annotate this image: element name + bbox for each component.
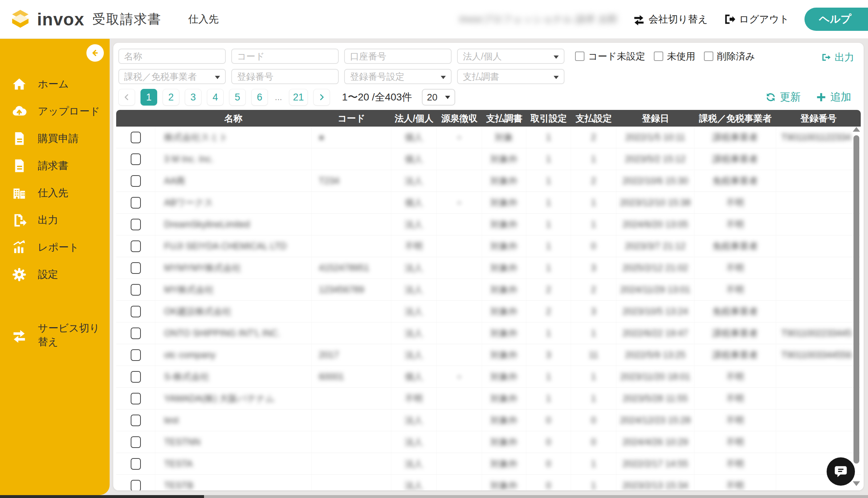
row-checkbox[interactable] — [131, 393, 141, 404]
account-name-masked: invoxプロフェッショナル 請求 太郎 — [460, 13, 618, 26]
sidebar-item-service-switch[interactable]: サービス切り替え — [0, 321, 110, 349]
row-checkbox[interactable] — [131, 240, 141, 252]
chat-widget-button[interactable] — [827, 457, 855, 486]
sidebar-item-output[interactable]: 出力 — [0, 206, 110, 234]
sidebar-item-purchase[interactable]: 購買申請 — [0, 125, 110, 152]
sidebar-item-label: 出力 — [38, 213, 58, 227]
logout-button[interactable]: ログアウト — [723, 13, 789, 26]
sidebar-item-supplier[interactable]: 仕入先 — [0, 179, 110, 206]
table-row[interactable]: 3 M Inc. Inc.個人対象外112023/5/2 15:12課税事業者 — [116, 148, 861, 170]
add-button[interactable]: 追加 — [815, 90, 851, 104]
page-button-2[interactable]: 2 — [163, 89, 179, 106]
row-checkbox[interactable] — [131, 175, 141, 187]
row-checkbox[interactable] — [131, 349, 141, 361]
table-row[interactable]: ONTO SHIPPING INT'L INC.法人対象外112022/6/22… — [116, 322, 861, 344]
row-checkbox[interactable] — [131, 371, 141, 383]
export-icon — [821, 52, 832, 63]
table-row[interactable]: MY株式会社123456789法人対象外222024/11/29 13:01不明 — [116, 279, 861, 301]
registration-number-filter-input[interactable] — [231, 69, 339, 84]
sidebar-item-label: サービス切り替え — [38, 321, 110, 349]
page-button-6[interactable]: 6 — [251, 89, 268, 106]
column-header-7: 支払設定 — [571, 112, 616, 124]
code-filter-input[interactable] — [231, 49, 339, 64]
sidebar-item-label: レポート — [38, 240, 79, 254]
payment-record-select[interactable]: 支払調書 — [457, 69, 565, 84]
table-row[interactable]: TESTA法人対象外012022/2/17 14:55不明 — [116, 453, 861, 475]
tax-status-select[interactable]: 課税／免税事業者 — [118, 69, 226, 84]
entity-type-select[interactable]: 法人/個人 — [457, 49, 565, 64]
table-header-row: 名称コード法人/個人源泉徴収支払調書取引設定支払設定登録日課税／免税事業者登録番… — [116, 110, 861, 127]
arrow-left-icon — [90, 48, 101, 58]
sidebar-item-report[interactable]: レポート — [0, 234, 110, 261]
nav-suppliers-tab[interactable]: 仕入先 — [188, 12, 219, 26]
table-row[interactable]: OK建設株式会社法人対象外232023/10/5 13:24免税事業者 — [116, 301, 861, 322]
prev-page-button[interactable] — [118, 89, 135, 106]
table-row[interactable]: YAMADA(株) 大阪パテナム不明対象外112023/5/28 11:55不明 — [116, 388, 861, 409]
page-button-3[interactable]: 3 — [185, 89, 201, 106]
sidebar-item-label: 設定 — [38, 268, 58, 281]
building-icon — [12, 185, 27, 201]
filter-checkbox-code-unset[interactable]: コード未設定 — [575, 50, 645, 63]
chevron-down-icon — [445, 96, 450, 99]
table-row[interactable]: test法人対象外002024/12/23 15:28不明 — [116, 409, 861, 431]
sidebar-item-label: 購買申請 — [38, 132, 78, 145]
scrollbar-thumb[interactable] — [853, 135, 859, 464]
row-checkbox[interactable] — [131, 262, 141, 274]
registration-number-setting-select[interactable]: 登録番号設定 — [344, 69, 452, 84]
account-number-filter-input[interactable] — [344, 49, 452, 64]
row-checkbox[interactable] — [131, 306, 141, 317]
row-checkbox[interactable] — [131, 436, 141, 448]
home-icon — [12, 77, 27, 92]
company-switch-button[interactable]: 会社切り替え — [633, 13, 708, 26]
row-checkbox[interactable] — [131, 328, 141, 339]
column-header-6: 取引設定 — [526, 112, 571, 124]
sidebar-item-home[interactable]: ホーム — [0, 70, 110, 98]
refresh-icon — [765, 91, 777, 103]
sidebar-item-settings[interactable]: 設定 — [0, 261, 110, 288]
table-row[interactable]: FUJI SEIYDA CHEMICAL LTD不明対象外102023/3/7 … — [116, 235, 861, 257]
page-button-5[interactable]: 5 — [229, 89, 246, 106]
app-logo: invox 受取請求書 — [0, 8, 161, 30]
table-row[interactable]: ABワークス個人○対象外112023/12/10 15:38不明 — [116, 192, 861, 214]
row-checkbox[interactable] — [131, 284, 141, 296]
sidebar-item-invoice[interactable]: 請求書 — [0, 152, 110, 179]
row-checkbox[interactable] — [131, 458, 141, 470]
scroll-down-arrow-icon[interactable] — [853, 481, 860, 486]
chevron-right-icon — [318, 93, 326, 101]
table-row[interactable]: TESTB法人対象外012023/2/13 15:34不明 — [116, 475, 861, 490]
filter-checkbox-unused[interactable]: 未使用 — [654, 50, 695, 63]
row-checkbox[interactable] — [131, 480, 141, 491]
row-checkbox[interactable] — [131, 132, 141, 143]
chevron-left-icon — [123, 93, 131, 101]
row-checkbox[interactable] — [131, 219, 141, 230]
sidebar-item-label: ホーム — [38, 77, 69, 91]
page-button-1[interactable]: 1 — [140, 89, 157, 106]
table-row[interactable]: MYMYMY株式会社4152478951法人対象外132025/2/12 21:… — [116, 257, 861, 279]
row-checkbox[interactable] — [131, 153, 141, 165]
filter-checkbox-deleted[interactable]: 削除済み — [704, 50, 755, 63]
document-export-icon — [12, 213, 27, 228]
page-button-last[interactable]: 21 — [289, 89, 308, 106]
name-filter-input[interactable] — [118, 49, 226, 64]
table-scrollbar[interactable] — [853, 127, 860, 486]
table-row[interactable]: 株式会社スミト●個人○対象122022/1/5 10:11課税事業者T90110… — [116, 127, 861, 148]
refresh-button[interactable]: 更新 — [765, 90, 801, 104]
export-link[interactable]: 出力 — [821, 51, 854, 64]
sidebar-collapse-button[interactable] — [86, 44, 104, 62]
next-page-button[interactable] — [313, 89, 330, 106]
table-row[interactable]: TESTNN法人対象外002024/4/26 10:29不明 — [116, 431, 861, 453]
page-button-4[interactable]: 4 — [207, 89, 224, 106]
chevron-down-icon — [215, 76, 220, 79]
help-button[interactable]: ヘルプ — [804, 8, 868, 31]
row-checkbox[interactable] — [131, 197, 141, 209]
table-row[interactable]: S-株式会社60001個人○対象外112023/11/20 18:01不明 — [116, 366, 861, 388]
table-row[interactable]: DreamSkylineLimited法人対象外112024/6/20 13:0… — [116, 214, 861, 235]
row-checkbox[interactable] — [131, 415, 141, 426]
chevron-down-icon — [554, 76, 559, 79]
table-row[interactable]: AA商T234法人対象外122022/10/6 15:30免税事業者 — [116, 170, 861, 192]
table-row[interactable]: otc company2017法人対象外3112022/5/9 13:25課税事… — [116, 344, 861, 366]
sidebar-item-upload[interactable]: アップロード — [0, 98, 110, 125]
scroll-up-arrow-icon[interactable] — [853, 127, 860, 132]
invox-logo-icon — [9, 8, 31, 30]
per-page-select[interactable]: 20 — [422, 89, 455, 106]
